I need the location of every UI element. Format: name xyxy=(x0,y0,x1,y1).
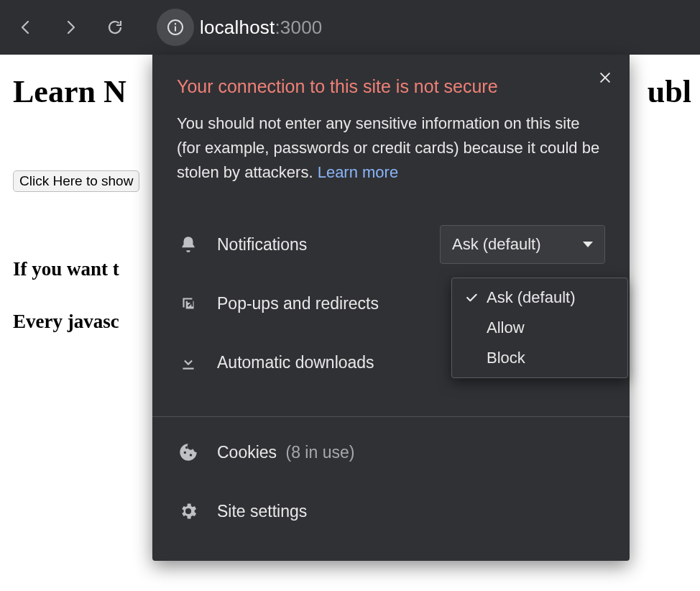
permission-label: Pop-ups and redirects xyxy=(217,294,423,313)
security-warning-title: Your connection to this site is not secu… xyxy=(177,76,605,97)
page-heading-right: ubl xyxy=(648,73,691,110)
permission-label: Notifications xyxy=(217,235,423,255)
chevron-down-icon xyxy=(583,242,593,247)
dropdown-option-ask[interactable]: Ask (default) xyxy=(452,283,627,313)
page-heading-left: Learn N xyxy=(13,73,126,110)
cookies-text: Cookies xyxy=(217,443,277,462)
site-info-icon[interactable] xyxy=(157,9,194,46)
cookies-row[interactable]: Cookies (8 in use) xyxy=(177,423,605,482)
select-value: Ask (default) xyxy=(452,235,541,254)
permission-row-notifications: Notifications Ask (default) xyxy=(177,215,605,274)
browser-toolbar: localhost:3000 xyxy=(0,0,700,55)
cookies-label: Cookies (8 in use) xyxy=(217,443,354,462)
url-host: localhost xyxy=(200,17,275,39)
dropdown-option-block[interactable]: Block xyxy=(452,343,627,373)
svg-rect-2 xyxy=(175,23,176,24)
reload-button[interactable] xyxy=(99,12,131,43)
learn-more-link[interactable]: Learn more xyxy=(318,163,399,181)
dropdown-option-allow[interactable]: Allow xyxy=(452,313,627,343)
cookies-count: (8 in use) xyxy=(286,443,355,462)
security-warning-description: You should not enter any sensitive infor… xyxy=(177,111,605,185)
permission-label: Automatic downloads xyxy=(217,353,423,372)
dropdown-option-label: Ask (default) xyxy=(487,288,576,307)
notifications-select[interactable]: Ask (default) xyxy=(440,225,605,264)
site-settings-row[interactable]: Site settings xyxy=(177,482,605,541)
forward-button[interactable] xyxy=(55,12,86,43)
address-bar[interactable]: localhost:3000 xyxy=(157,9,323,46)
cookie-icon xyxy=(177,442,200,462)
gear-icon xyxy=(177,501,200,521)
dropdown-option-label: Allow xyxy=(487,319,525,337)
url-text: localhost:3000 xyxy=(200,17,323,39)
close-icon[interactable] xyxy=(595,68,615,88)
settings-list: Cookies (8 in use) Site settings xyxy=(152,417,630,561)
download-icon xyxy=(177,353,200,372)
bell-icon xyxy=(177,235,200,254)
page-show-button[interactable]: Click Here to show xyxy=(13,170,139,192)
site-settings-label: Site settings xyxy=(217,502,307,521)
url-port: :3000 xyxy=(275,17,322,39)
svg-rect-1 xyxy=(175,27,176,32)
dropdown-option-label: Block xyxy=(487,349,525,367)
check-icon xyxy=(464,290,479,305)
notifications-dropdown-menu: Ask (default) Allow Block xyxy=(451,278,628,378)
popup-icon xyxy=(177,294,200,313)
back-button[interactable] xyxy=(10,12,42,43)
